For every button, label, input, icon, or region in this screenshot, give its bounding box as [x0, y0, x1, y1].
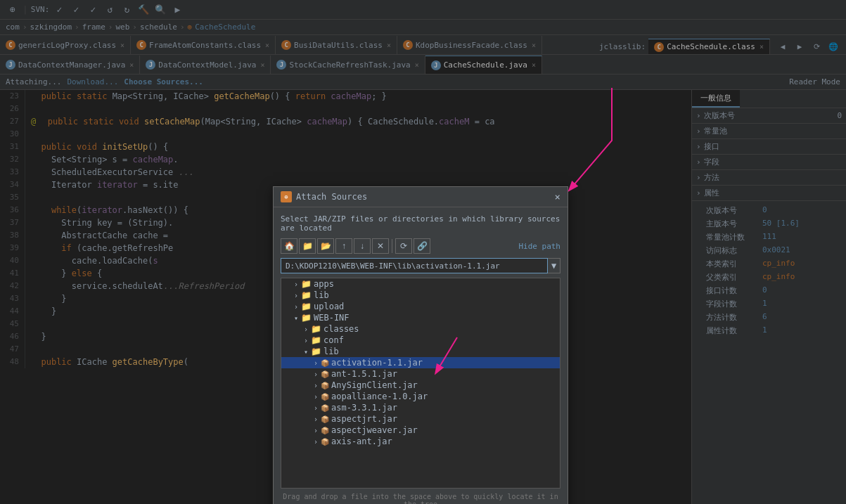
- modal-tool-link[interactable]: 🔗: [414, 238, 430, 254]
- tree-item-aopalliance[interactable]: › 📦 aopalliance-1.0.jar: [281, 391, 560, 402]
- jclasslib-class[interactable]: C CacheSchedule.class ×: [648, 39, 770, 54]
- tree-item-aspectjrt[interactable]: › 📦 aspectjrt.jar: [281, 413, 560, 425]
- right-panel-content: › 次版本号 0 › 常量池 › 接口 › 字段: [692, 108, 846, 504]
- toolbar-icon-run[interactable]: ▶: [170, 3, 184, 17]
- tab-FrameAtomConstants[interactable]: C FrameAtomConstants.class ×: [131, 36, 276, 54]
- tab-KdopBusinessFacade[interactable]: C KdopBusinessFacade.class ×: [397, 36, 542, 54]
- tree-item-axisant[interactable]: › 📦 axis-ant.jar: [281, 436, 560, 447]
- tree-arrow-conf: ›: [301, 337, 311, 344]
- section-label-字段: 字段: [704, 157, 719, 167]
- tab-CacheSchedule[interactable]: J CacheSchedule.java ×: [425, 56, 542, 74]
- tab-close-cs[interactable]: ×: [532, 61, 536, 69]
- toolbar-icon-svn: SVN:: [31, 5, 50, 14]
- code-line-27: 27 @ public static void setCacheMap(Map<…: [0, 115, 691, 128]
- line-num-39: 39: [0, 242, 25, 254]
- tab-genericLogProxy[interactable]: C genericLogProxy.class ×: [0, 36, 131, 54]
- nav-refresh-icon[interactable]: ⟳: [809, 39, 823, 53]
- reader-mode-label: Reader Mode: [789, 77, 840, 86]
- code-line-33: 33 ScheduledExecutorService ...: [0, 166, 691, 179]
- right-section-header-次版本号[interactable]: › 次版本号 0: [692, 108, 846, 123]
- toolbar-icon-redo[interactable]: ↻: [120, 3, 134, 17]
- code-line-30: 30: [0, 128, 691, 141]
- status-download-link[interactable]: Download...: [67, 77, 118, 86]
- line-content-27: public static void setCacheMap(Map<Strin…: [37, 115, 691, 128]
- toolbar-icon-check1[interactable]: ✓: [52, 3, 66, 17]
- tree-item-activation[interactable]: › 📦 activation-1.1.jar: [281, 357, 560, 368]
- tab-DataContextManager[interactable]: J DataContextManager.java ×: [0, 56, 140, 74]
- toolbar-icon-undo[interactable]: ↺: [103, 3, 117, 17]
- modal-title-bar[interactable]: ⊕ Attach Sources ×: [274, 187, 568, 207]
- modal-tool-add-file[interactable]: 🏠: [281, 238, 297, 254]
- nav-forward-icon[interactable]: ▶: [793, 39, 807, 53]
- modal-tree[interactable]: › 📁 apps › 📁 lib › 📁 upload ▾: [281, 278, 560, 489]
- nav-browser-icon[interactable]: 🌐: [826, 39, 840, 53]
- tab-close-1[interactable]: ×: [120, 41, 124, 49]
- toolbar-icon-check3[interactable]: ✓: [86, 3, 100, 17]
- right-section-header-接口[interactable]: › 接口: [692, 139, 846, 154]
- tab-DataContextModel[interactable]: J DataContextModel.java ×: [140, 56, 271, 74]
- right-section-header-常量池[interactable]: › 常量池: [692, 124, 846, 138]
- toolbar-icon-1[interactable]: ⊕: [6, 3, 20, 17]
- tree-item-apps[interactable]: › 📁 apps: [281, 278, 560, 290]
- modal-hide-path-btn[interactable]: Hide path: [518, 242, 560, 251]
- toolbar-icon-build[interactable]: 🔨: [136, 3, 150, 17]
- status-choose-sources-link[interactable]: Choose Sources...: [124, 77, 203, 86]
- tab-icon-cs: J: [431, 60, 441, 70]
- tab-close-2[interactable]: ×: [265, 41, 269, 49]
- tab-close-4[interactable]: ×: [532, 41, 536, 49]
- folder-icon-WEBINF: 📁: [301, 313, 312, 323]
- toolbar-icon-search[interactable]: 🔍: [153, 3, 167, 17]
- toolbar-icon-check2[interactable]: ✓: [69, 3, 83, 17]
- modal-tool-down[interactable]: ↓: [354, 238, 371, 254]
- line-num-43: 43: [0, 292, 25, 305]
- right-section-header-属性[interactable]: › 属性: [692, 186, 846, 200]
- tree-item-classes[interactable]: › 📁 classes: [281, 323, 560, 335]
- right-label-父类索引: 父类索引: [706, 272, 762, 283]
- tree-item-lib-root[interactable]: › 📁 lib: [281, 290, 560, 301]
- tree-item-conf[interactable]: › 📁 conf: [281, 335, 560, 346]
- tab-close-scrt[interactable]: ×: [415, 61, 419, 69]
- tree-item-aspectjweaver[interactable]: › 📦 aspectjweaver.jar: [281, 425, 560, 436]
- tree-item-lib-webinf[interactable]: ▾ 📁 lib: [281, 346, 560, 357]
- line-num-45: 45: [0, 318, 25, 330]
- nav-back-icon[interactable]: ◀: [776, 39, 790, 53]
- breadcrumb-item-com[interactable]: com: [6, 22, 20, 32]
- right-tab-general[interactable]: 一般信息: [692, 90, 740, 108]
- modal-path-dropdown[interactable]: ▼: [548, 258, 560, 273]
- jclasslib-close[interactable]: ×: [760, 43, 764, 51]
- tab-label-scrt: StockCacheRefreshTask.java: [289, 60, 410, 70]
- attach-sources-modal[interactable]: ⊕ Attach Sources × Select JAR/ZIP files …: [273, 186, 568, 504]
- tab-close-dcmod[interactable]: ×: [260, 61, 264, 69]
- tab-close-3[interactable]: ×: [387, 41, 391, 49]
- chevron-icon-方法: ›: [696, 173, 701, 182]
- tree-item-asm[interactable]: › 📦 asm-3.3.1.jar: [281, 402, 560, 413]
- breadcrumb-item-frame[interactable]: frame: [82, 22, 105, 32]
- right-section-header-字段[interactable]: › 字段: [692, 155, 846, 169]
- modal-close-button[interactable]: ×: [555, 191, 560, 202]
- modal-tool-add-dir[interactable]: 📁: [299, 238, 316, 254]
- modal-tool-browse[interactable]: 📂: [317, 238, 334, 254]
- breadcrumb-item-schedule[interactable]: schedule: [140, 22, 177, 32]
- breadcrumb-item-szkingdom[interactable]: szkingdom: [30, 22, 72, 32]
- right-label-属性计数: 属性计数: [706, 325, 762, 336]
- line-num-33: 33: [0, 166, 25, 179]
- tab-close-dcm[interactable]: ×: [129, 61, 134, 69]
- modal-tool-refresh[interactable]: ⟳: [395, 238, 412, 254]
- tree-item-anysign[interactable]: › 📦 AnySignClient.jar: [281, 380, 560, 391]
- breadcrumb-class[interactable]: CacheSchedule: [195, 22, 255, 32]
- modal-tool-remove[interactable]: ✕: [372, 238, 389, 254]
- tree-item-ant[interactable]: › 📦 ant-1.5.1.jar: [281, 368, 560, 380]
- section-label-次版本号: 次版本号: [704, 110, 735, 121]
- line-num-38: 38: [0, 229, 25, 242]
- modal-path-input[interactable]: [281, 258, 548, 273]
- status-reader-mode[interactable]: Reader Mode: [789, 77, 840, 86]
- file-icon-activation: 📦: [321, 359, 329, 367]
- folder-icon-classes: 📁: [311, 324, 321, 334]
- tree-item-upload[interactable]: › 📁 upload: [281, 301, 560, 312]
- breadcrumb-item-web[interactable]: web: [115, 22, 129, 32]
- right-section-header-方法[interactable]: › 方法: [692, 170, 846, 185]
- tree-item-WEB-INF[interactable]: ▾ 📁 WEB-INF: [281, 312, 560, 323]
- tab-BusiDataUtils[interactable]: C BusiDataUtils.class ×: [276, 36, 397, 54]
- tab-StockCacheRefreshTask[interactable]: J StockCacheRefreshTask.java ×: [271, 56, 425, 74]
- modal-tool-up[interactable]: ↑: [335, 238, 352, 254]
